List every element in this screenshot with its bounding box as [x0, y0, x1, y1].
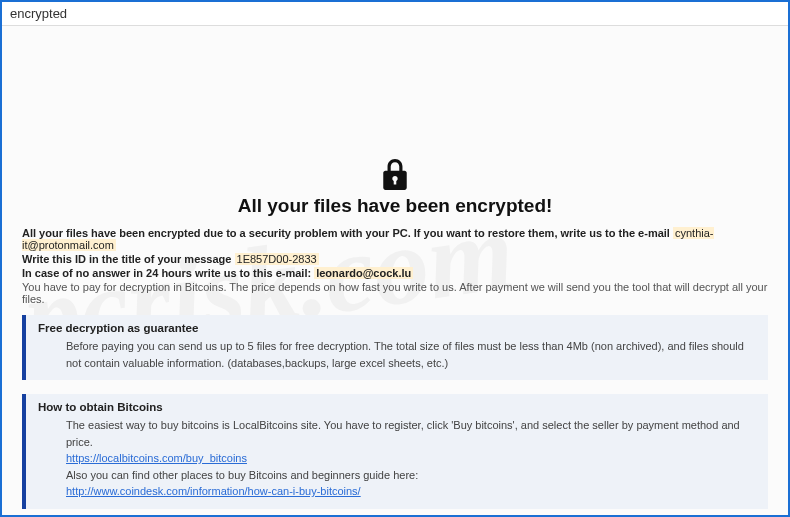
intro-text-3: In case of no answer in 24 hours write u…: [22, 267, 311, 279]
main-title: All your files have been encrypted!: [22, 195, 768, 217]
email-2: leonardo@cock.lu: [314, 267, 413, 279]
intro-line-2: Write this ID in the title of your messa…: [22, 253, 768, 265]
bitcoins-text-1: The easiest way to buy bitcoins is Local…: [66, 417, 756, 450]
bitcoins-title: How to obtain Bitcoins: [38, 401, 756, 413]
price-line: You have to pay for decryption in Bitcoi…: [22, 281, 768, 305]
ransom-window: encrypted pcrisk.com All your files have…: [0, 0, 790, 517]
bitcoins-section: How to obtain Bitcoins The easiest way t…: [22, 394, 768, 509]
free-decryption-body: Before paying you can send us up to 5 fi…: [38, 338, 756, 371]
intro-line-1: All your files have been encrypted due t…: [22, 227, 768, 251]
header-block: All your files have been encrypted!: [22, 159, 768, 217]
free-decryption-title: Free decryption as guarantee: [38, 322, 756, 334]
bitcoins-text-2: Also you can find other places to buy Bi…: [66, 467, 756, 484]
bitcoins-body: The easiest way to buy bitcoins is Local…: [38, 417, 756, 500]
content-area: pcrisk.com All your files have been encr…: [2, 26, 788, 515]
lock-icon: [382, 159, 408, 193]
intro-line-3: In case of no answer in 24 hours write u…: [22, 267, 768, 279]
victim-id: 1E857D00-2833: [235, 253, 319, 265]
bitcoins-link-2[interactable]: http://www.coindesk.com/information/how-…: [66, 485, 361, 497]
window-titlebar: encrypted: [2, 2, 788, 26]
window-title: encrypted: [10, 6, 67, 21]
intro-text-1: All your files have been encrypted due t…: [22, 227, 670, 239]
bitcoins-link-1[interactable]: https://localbitcoins.com/buy_bitcoins: [66, 452, 247, 464]
free-decryption-section: Free decryption as guarantee Before payi…: [22, 315, 768, 380]
intro-text-2: Write this ID in the title of your messa…: [22, 253, 231, 265]
